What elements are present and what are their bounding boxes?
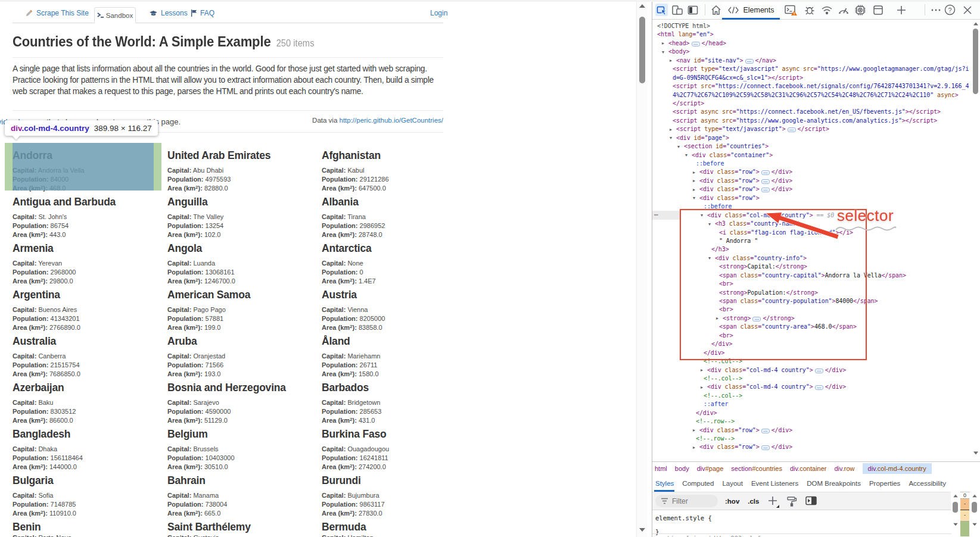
scroll-down-arrow[interactable] [972, 523, 977, 526]
inline-expand-button[interactable]: … [761, 429, 770, 433]
dom-tree-line[interactable]: ▾<section id="countries"> [652, 142, 972, 151]
inline-expand-button[interactable]: … [815, 369, 823, 373]
dom-tree-line[interactable]: ▸<div class="row">…</div> [652, 168, 972, 176]
new-style-rule-button[interactable] [767, 495, 778, 508]
inline-expand-button[interactable]: … [761, 188, 770, 192]
twisty-icon[interactable]: ▸ [693, 444, 695, 452]
console-button[interactable] [785, 4, 797, 16]
twisty-icon[interactable]: ▸ [693, 177, 695, 185]
dom-tree-line[interactable]: ▸<div class="row">…</div> [652, 177, 972, 185]
inline-expand-button[interactable]: … [692, 42, 700, 46]
close-button[interactable] [961, 4, 973, 16]
bug-button[interactable] [803, 4, 816, 16]
inline-expand-button[interactable]: … [761, 170, 770, 175]
twisty-icon[interactable]: ▾ [685, 151, 687, 160]
twisty-icon[interactable]: ▸ [693, 186, 695, 194]
scrollbar-thumb[interactable] [953, 502, 958, 513]
dom-tree-line[interactable]: ▾<div class="row"> [652, 194, 972, 202]
filter-input[interactable]: Filter [655, 495, 718, 507]
scroll-up-arrow[interactable] [972, 495, 977, 498]
dom-tree-line[interactable]: <script type="text/javascript" async src… [652, 65, 972, 73]
dom-tree-line[interactable]: ▸<div class="col-md-4 country">…</div> [652, 366, 972, 374]
nav-link-faq[interactable]: FAQ [191, 9, 214, 17]
scrollbar-thumb[interactable] [972, 502, 977, 513]
home-button[interactable] [710, 4, 722, 16]
dom-tree-line[interactable]: </script> [652, 99, 972, 108]
styles-scrollbar[interactable] [951, 492, 960, 531]
dom-tree-line[interactable]: <html lang="en"> [652, 30, 972, 39]
tab-event-listeners[interactable]: Event Listeners [751, 480, 798, 487]
inline-expand-button[interactable]: … [788, 127, 796, 132]
scroll-up-arrow[interactable] [973, 23, 978, 26]
twisty-icon[interactable]: ▾ [662, 48, 664, 57]
inline-expand-button[interactable]: … [745, 59, 754, 64]
twisty-icon[interactable]: ▸ [701, 366, 703, 374]
paint-format-button[interactable] [786, 496, 797, 509]
scrollbar-thumb[interactable] [639, 17, 645, 83]
breadcrumb-item[interactable]: body [675, 463, 695, 474]
dom-tree-line[interactable]: ▸<div class="row">…</div> [652, 443, 972, 451]
tab-computed[interactable]: Computed [682, 480, 714, 487]
dom-tree-line[interactable]: ▸<script type="text/javascript">…</scrip… [652, 125, 972, 133]
breadcrumb-item[interactable]: div.col-md-4.country [863, 463, 932, 474]
scroll-down-arrow[interactable] [973, 452, 978, 455]
tab-layout[interactable]: Layout [722, 480, 743, 487]
scroll-down-arrow[interactable] [639, 528, 645, 532]
element-style-rule[interactable]: element.style { [652, 510, 951, 522]
scroll-up-arrow[interactable] [639, 4, 645, 8]
dom-tree-line[interactable]: <script async src="https://www.google-an… [652, 117, 972, 125]
dom-tree-line[interactable]: <!--.row--> [652, 417, 972, 426]
computed-sidebar-toggle[interactable] [805, 496, 817, 508]
twisty-icon[interactable]: ▸ [693, 168, 695, 177]
dom-tree-scrollbar[interactable] [970, 20, 980, 461]
dom-tree-line[interactable]: ::before [652, 160, 972, 168]
dom-tree-line[interactable]: ::after [652, 400, 972, 408]
tab-properties[interactable]: Properties [869, 480, 900, 487]
twisty-icon[interactable]: ▸ [662, 39, 664, 48]
twisty-icon[interactable]: ▸ [693, 426, 695, 435]
page-scrollbar[interactable] [636, 0, 647, 537]
dom-tree-line[interactable]: 4%2C77%2C67%2C109%2C59%2C58%2C31%2C96%2C… [652, 91, 972, 99]
inline-expand-button[interactable]: … [761, 179, 770, 184]
tab-elements[interactable]: Elements [722, 0, 780, 20]
memory-button[interactable] [854, 4, 866, 16]
toggle-cls-button[interactable]: .cls [748, 498, 759, 505]
tab-accessibility[interactable]: Accessibility [909, 480, 946, 487]
dock-side-button[interactable] [686, 4, 699, 16]
dom-tree-line[interactable]: ▾<div id="page"> [652, 134, 972, 142]
application-button[interactable] [872, 4, 884, 16]
twisty-icon[interactable]: ▾ [693, 194, 695, 202]
toggle-hov-button[interactable]: :hov [725, 498, 739, 505]
performance-button[interactable] [837, 4, 850, 16]
breadcrumb-item[interactable]: section#countries [731, 463, 788, 474]
dom-tree-line[interactable]: ▸<div class="row">…</div> [652, 426, 972, 435]
breadcrumb-item[interactable]: div#page [697, 463, 729, 474]
dom-tree-line[interactable]: <script src="https://connect.facebook.ne… [652, 82, 972, 90]
login-link[interactable]: Login [430, 9, 447, 17]
dom-tree-line[interactable]: <!--.col--> [652, 374, 972, 383]
dom-tree-line[interactable]: <!--.row--> [652, 435, 972, 443]
network-button[interactable] [820, 4, 833, 16]
styles-scrollbar[interactable] [970, 492, 979, 531]
tab-dom-breakpoints[interactable]: DOM Breakpoints [807, 480, 861, 487]
nav-tab-sandbox[interactable]: Sandbox [94, 7, 136, 23]
dom-tree-line[interactable]: <!DOCTYPE html> [652, 22, 972, 30]
inspect-button[interactable] [655, 4, 668, 16]
dom-tree-line[interactable]: ▸<head>…</head> [652, 39, 972, 48]
breadcrumb-item[interactable]: div.row [834, 463, 860, 474]
dom-tree-line[interactable]: ▸<nav id="site-nav">…</nav> [652, 57, 972, 65]
twisty-icon[interactable]: ▸ [670, 126, 672, 134]
inline-expand-button[interactable]: … [815, 385, 823, 390]
dom-tree-line[interactable]: <script async src="https://connect.faceb… [652, 108, 972, 116]
data-via-link[interactable]: http://peric.github.io/GetCountries/ [339, 117, 443, 124]
plus-button[interactable] [895, 4, 907, 16]
scroll-up-arrow[interactable] [953, 495, 958, 498]
tab-styles[interactable]: Styles [655, 480, 674, 487]
device-toolbar-button[interactable] [671, 4, 683, 16]
scrollbar-thumb[interactable] [973, 29, 978, 94]
help-button[interactable]: ? [944, 4, 956, 16]
nav-link-scrape-this-site[interactable]: Scrape This Site [25, 9, 89, 17]
scroll-down-arrow[interactable] [953, 523, 958, 526]
dom-tree-line[interactable]: <!--.col--> [652, 392, 972, 400]
breadcrumb-item[interactable]: div.container [790, 463, 832, 474]
